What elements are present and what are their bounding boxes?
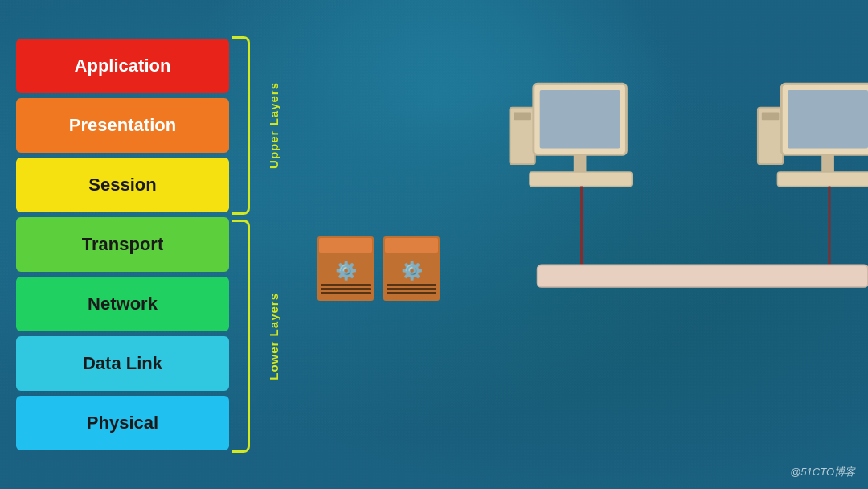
svg-rect-10 xyxy=(821,154,834,172)
layer-transport: Transport xyxy=(16,217,229,272)
upper-layers-label: Upper Layers xyxy=(267,82,280,169)
upper-layers-label-container: Upper Layers xyxy=(261,36,285,215)
lower-layers-label-container: Lower Layers xyxy=(261,220,285,453)
layer-network: Network xyxy=(16,277,229,331)
svg-rect-3 xyxy=(574,154,587,172)
svg-rect-9 xyxy=(788,90,868,148)
layer-presentation: Presentation xyxy=(16,98,229,153)
layer-application: Application xyxy=(16,39,229,93)
brackets-column xyxy=(232,11,256,478)
network-section: ⚙️ ⚙️ xyxy=(301,0,868,489)
lower-bracket xyxy=(232,220,250,453)
network-diagram-svg xyxy=(301,0,868,489)
layer-datalink: Data Link xyxy=(16,336,229,391)
svg-rect-4 xyxy=(530,172,632,187)
svg-rect-0 xyxy=(514,113,531,121)
layer-labels-column: Upper Layers Lower Layers xyxy=(261,11,285,478)
svg-rect-11 xyxy=(777,172,868,187)
layers-column: ApplicationPresentationSessionTransportN… xyxy=(16,11,229,478)
layer-session: Session xyxy=(16,158,229,212)
svg-rect-13 xyxy=(538,265,868,286)
svg-rect-2 xyxy=(540,90,620,148)
osi-section: ApplicationPresentationSessionTransportN… xyxy=(16,11,285,478)
upper-bracket xyxy=(232,36,250,215)
lower-layers-label: Lower Layers xyxy=(267,293,280,380)
svg-rect-7 xyxy=(762,113,780,121)
main-container: ApplicationPresentationSessionTransportN… xyxy=(0,0,868,489)
watermark: @51CTO博客 xyxy=(790,465,855,479)
layer-physical: Physical xyxy=(16,396,229,450)
